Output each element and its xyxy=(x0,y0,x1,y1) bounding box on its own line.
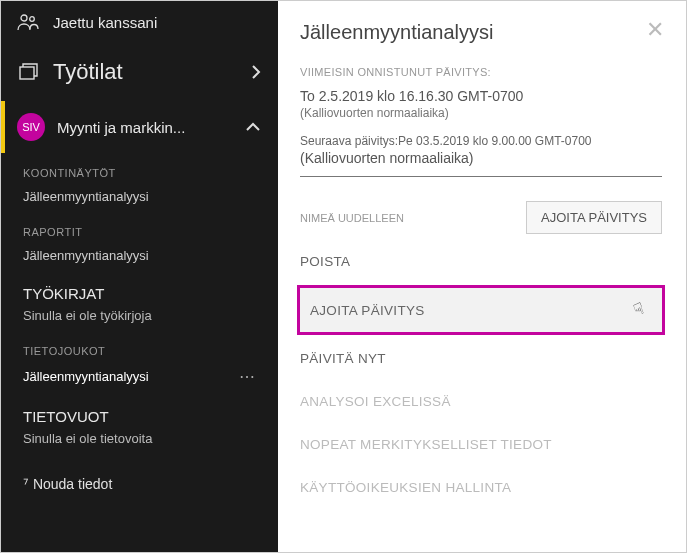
current-workspace-name: Myynti ja markkin... xyxy=(57,119,185,136)
analyze-excel-action[interactable]: ANALYSOI EXCELISSÄ xyxy=(300,380,662,423)
delete-action[interactable]: POISTA xyxy=(300,240,662,283)
divider xyxy=(300,176,662,177)
shared-with-me-label: Jaettu kanssani xyxy=(53,14,157,31)
workbooks-empty-text: Sinulla ei ole työkirjoja xyxy=(1,304,278,331)
workspaces-icon xyxy=(17,61,39,83)
dataflows-empty-text: Sinulla ei ole tietovoita xyxy=(1,427,278,454)
current-workspace-row[interactable]: SIV Myynti ja markkin... xyxy=(1,101,278,153)
svg-point-1 xyxy=(30,17,35,22)
workspaces-label: Työtilat xyxy=(53,59,123,85)
svg-rect-2 xyxy=(20,67,34,79)
svg-point-0 xyxy=(21,15,27,21)
workspaces-nav[interactable]: Työtilat xyxy=(1,43,278,101)
last-refresh-tz: (Kalliovuorten normaaliaika) xyxy=(300,106,662,120)
permissions-action[interactable]: KÄYTTÖOIKEUKSIEN HALLINTA xyxy=(300,466,662,509)
chevron-right-icon xyxy=(250,63,262,81)
shared-with-me-nav[interactable]: Jaettu kanssani xyxy=(1,1,278,43)
dashboard-item-label: Jälleenmyyntianalyysi xyxy=(23,189,149,204)
datasets-section-label: TIETOJOUKOT xyxy=(1,331,278,361)
report-item-label: Jälleenmyyntianalyysi xyxy=(23,248,149,263)
dataset-item-label: Jälleenmyyntianalyysi xyxy=(23,369,149,384)
workbooks-section-title: TYÖKIRJAT xyxy=(1,271,278,304)
quick-insights-action[interactable]: NOPEAT MERKITYKSELLISET TIEDOT xyxy=(300,423,662,466)
last-refresh-value: To 2.5.2019 klo 16.16.30 GMT-0700 xyxy=(300,88,662,104)
workspace-avatar: SIV xyxy=(17,113,45,141)
panel-title: Jälleenmyyntianalyysi xyxy=(300,21,662,44)
chevron-up-icon xyxy=(244,121,262,133)
report-item[interactable]: Jälleenmyyntianalyysi xyxy=(1,242,278,271)
people-icon xyxy=(17,13,39,31)
pointer-cursor-icon xyxy=(634,300,652,320)
next-refresh-tz: (Kalliovuorten normaaliaika) xyxy=(300,150,662,166)
context-panel: ✕ Jälleenmyyntianalyysi VIIMEISIN ONNIST… xyxy=(278,1,686,552)
schedule-refresh-action-label: AJOITA PÄIVITYS xyxy=(310,303,425,318)
schedule-refresh-button[interactable]: AJOITA PÄIVITYS xyxy=(526,201,662,234)
refresh-now-action[interactable]: PÄIVITÄ NYT xyxy=(300,337,662,380)
reports-section-label: RAPORTIT xyxy=(1,212,278,242)
schedule-refresh-action[interactable]: AJOITA PÄIVITYS xyxy=(297,285,665,335)
close-icon[interactable]: ✕ xyxy=(646,19,664,41)
dataset-item[interactable]: Jälleenmyyntianalyysi ⋯ xyxy=(1,361,278,394)
dataflows-section-title: TIETOVUOT xyxy=(1,394,278,427)
get-data-link[interactable]: ⁷ Nouda tiedot xyxy=(1,460,278,508)
dashboard-item[interactable]: Jälleenmyyntianalyysi xyxy=(1,183,278,212)
sidebar: Jaettu kanssani Työtilat SIV Myynti ja m… xyxy=(1,1,278,552)
next-refresh-value: Seuraava päivitys:Pe 03.5.2019 klo 9.00.… xyxy=(300,134,662,148)
rename-label: NIMEÄ UUDELLEEN xyxy=(300,212,404,224)
last-refresh-label: VIIMEISIN ONNISTUNUT PÄIVITYS: xyxy=(300,66,662,78)
more-options-icon[interactable]: ⋯ xyxy=(239,367,256,386)
dashboards-section-label: KOONTINÄYTÖT xyxy=(1,153,278,183)
actions-list: NIMEÄ UUDELLEEN AJOITA PÄIVITYS POISTA A… xyxy=(300,201,662,509)
